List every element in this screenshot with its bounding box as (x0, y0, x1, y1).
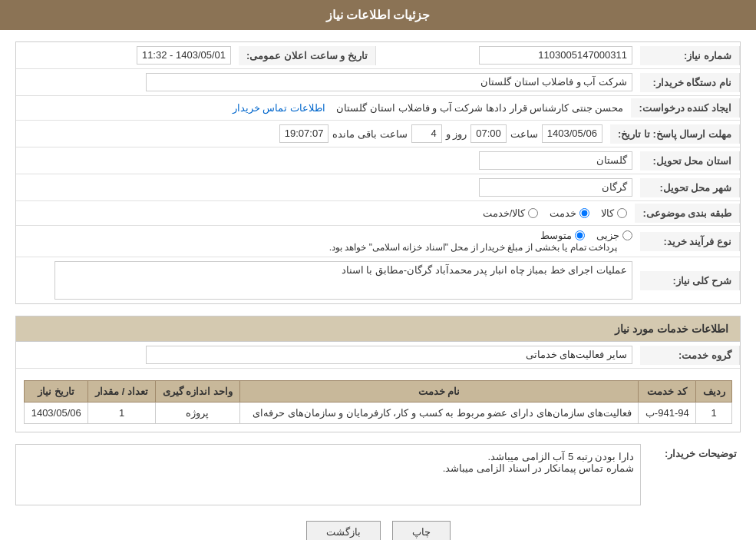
creator-label: ایجاد کننده درخواست: (631, 98, 740, 118)
col-header-unit: واحد اندازه گیری (155, 381, 239, 403)
back-button[interactable]: بازگشت (306, 521, 381, 540)
service-group-field: سایر فعالیت‌های خدماتی (146, 346, 632, 364)
creator-row: ایجاد کننده درخواست: محسن جنتی کارشناس ق… (16, 96, 740, 121)
buyer-desc-value: دارا بودن رتبه 5 آب الزامی میباشد.شماره … (15, 444, 641, 505)
col-header-row: ردیف (696, 381, 732, 403)
cell-row: 1 (696, 403, 732, 424)
col-header-date: تاریخ نیاز (25, 381, 88, 403)
reply-day-label: روز و (446, 128, 467, 140)
creator-value: محسن جنتی کارشناس قرار دادها شرکت آب و ف… (16, 98, 631, 118)
purchase-type-radio-group: جزیی متوسط (24, 230, 632, 241)
cell-unit: پروژه (155, 403, 239, 424)
category-radio-kala[interactable] (617, 208, 627, 218)
buyer-org-row: نام دستگاه خریدار: شرکت آب و فاضلاب استا… (16, 69, 740, 96)
buyer-desc-section: توضیحات خریدار: دارا بودن رتبه 5 آب الزا… (15, 444, 741, 505)
service-group-row: گروه خدمت: سایر فعالیت‌های خدماتی (16, 342, 740, 369)
reply-time-label: ساعت (510, 128, 538, 140)
print-button[interactable]: چاپ (392, 521, 451, 540)
services-section: اطلاعات خدمات مورد نیاز گروه خدمت: سایر … (15, 316, 741, 432)
province-label: استان محل تحویل: (640, 151, 740, 171)
cell-name: فعالیت‌های سازمان‌های دارای عضو مربوط به… (239, 403, 639, 424)
category-label-khedmat: خدمت (550, 207, 576, 219)
buyer-org-value: شرکت آب و فاضلاب استان گلستان (16, 69, 640, 95)
category-option-khedmat: خدمت (550, 207, 589, 219)
category-radio-khedmat[interactable] (579, 208, 589, 218)
description-value: عملیات اجرای خط بمباز چاه انبار پدر محمد… (16, 257, 640, 303)
description-field: عملیات اجرای خط بمباز چاه انبار پدر محمد… (54, 261, 632, 300)
cell-date: 1403/05/06 (25, 403, 88, 424)
city-field: گرگان (479, 178, 632, 197)
category-value: کالا خدمت کالا/خدمت (16, 204, 635, 223)
services-table-wrapper: ردیف کد خدمت نام خدمت واحد اندازه گیری ت… (16, 369, 740, 432)
purchase-type-value: جزیی متوسط پرداخت تمام یا بخشی از مبلغ خ… (16, 226, 640, 257)
need-number-label: شماره نیاز: (640, 46, 740, 65)
reply-deadline-row: مهلت ارسال پاسخ: تا تاریخ: 1403/05/06 سا… (16, 121, 740, 147)
category-label-kala: کالا (601, 207, 614, 219)
category-option-kala-khedmat: کالا/خدمت (483, 207, 539, 219)
services-table: ردیف کد خدمت نام خدمت واحد اندازه گیری ت… (24, 380, 732, 424)
main-info-section: شماره نیاز: 1103005147000311 تاریخ و ساع… (15, 41, 741, 304)
purchase-type-label: نوع فرآیند خرید: (640, 232, 740, 251)
province-field: گلستان (479, 151, 632, 170)
need-number-row: شماره نیاز: 1103005147000311 تاریخ و ساع… (16, 42, 740, 69)
city-label: شهر محل تحویل: (640, 178, 740, 197)
purchase-radio-motavasset[interactable] (575, 230, 585, 240)
cell-code: 941-94-ب (639, 403, 696, 424)
category-label: طبقه بندی موضوعی: (635, 204, 740, 223)
category-radio-group: کالا خدمت کالا/خدمت (24, 207, 627, 219)
category-option-kala: کالا (601, 207, 627, 219)
button-row: چاپ بازگشت (15, 521, 741, 540)
announcement-date-value: 1403/05/01 - 11:32 (16, 42, 239, 68)
col-header-name: نام خدمت (239, 381, 639, 403)
province-value: گلستان (16, 147, 640, 174)
city-row: شهر محل تحویل: گرگان (16, 174, 740, 201)
reply-remaining-label: ساعت باقی مانده (332, 128, 407, 140)
purchase-type-row: نوع فرآیند خرید: جزیی متوسط پرداخت تمام … (16, 226, 740, 257)
category-radio-kala-khedmat[interactable] (528, 208, 538, 218)
services-section-title: اطلاعات خدمات مورد نیاز (16, 316, 740, 342)
reply-deadline-value: 1403/05/06 ساعت 07:00 روز و 4 ساعت باقی … (16, 121, 610, 147)
creator-contact-link[interactable]: اطلاعات تماس خریدار (233, 102, 325, 114)
purchase-option-jozi: جزیی (596, 230, 632, 241)
reply-deadline-label: مهلت ارسال پاسخ: تا تاریخ: (610, 124, 740, 144)
service-group-label: گروه خدمت: (640, 346, 740, 365)
city-value: گرگان (16, 174, 640, 200)
creator-text: محسن جنتی کارشناس قرار دادها شرکت آب و ف… (336, 102, 623, 114)
reply-days-field: 4 (411, 124, 442, 143)
category-label-kala-khedmat: کالا/خدمت (483, 207, 526, 219)
purchase-note: پرداخت تمام یا بخشی از مبلغ خریدار از مح… (329, 242, 617, 253)
col-header-code: کد خدمت (639, 381, 696, 403)
table-row: 1 941-94-ب فعالیت‌های سازمان‌های دارای ع… (25, 403, 732, 424)
purchase-label-jozi: جزیی (596, 230, 619, 241)
cell-qty: 1 (88, 403, 155, 424)
reply-date-field: 1403/05/06 (542, 124, 602, 143)
announcement-date-field: 1403/05/01 - 11:32 (137, 46, 231, 65)
col-header-qty: تعداد / مقدار (88, 381, 155, 403)
buyer-org-field: شرکت آب و فاضلاب استان گلستان (146, 73, 632, 91)
reply-time-field: 07:00 (470, 124, 507, 143)
purchase-option-motavasset: متوسط (540, 230, 585, 241)
purchase-radio-jozi[interactable] (622, 230, 632, 240)
service-group-value: سایر فعالیت‌های خدماتی (16, 342, 640, 368)
province-row: استان محل تحویل: گلستان (16, 147, 740, 174)
announcement-date-label: تاریخ و ساعت اعلان عمومی: (239, 46, 376, 65)
buyer-desc-label: توضیحات خریدار: (641, 444, 741, 459)
need-number-field: 1103005147000311 (479, 46, 632, 65)
description-label: شرح کلی نیاز: (640, 271, 740, 290)
category-row: طبقه بندی موضوعی: کالا خدمت (16, 201, 740, 226)
reply-remaining-field: 19:07:07 (279, 124, 329, 143)
buyer-org-label: نام دستگاه خریدار: (640, 73, 740, 92)
page-title: جزئیات اطلاعات نیاز (0, 0, 756, 30)
need-number-value: 1103005147000311 (376, 42, 640, 68)
description-row: شرح کلی نیاز: عملیات اجرای خط بمباز چاه … (16, 257, 740, 303)
buyer-desc-field: دارا بودن رتبه 5 آب الزامی میباشد.شماره … (15, 444, 641, 505)
purchase-label-motavasset: متوسط (540, 230, 572, 241)
